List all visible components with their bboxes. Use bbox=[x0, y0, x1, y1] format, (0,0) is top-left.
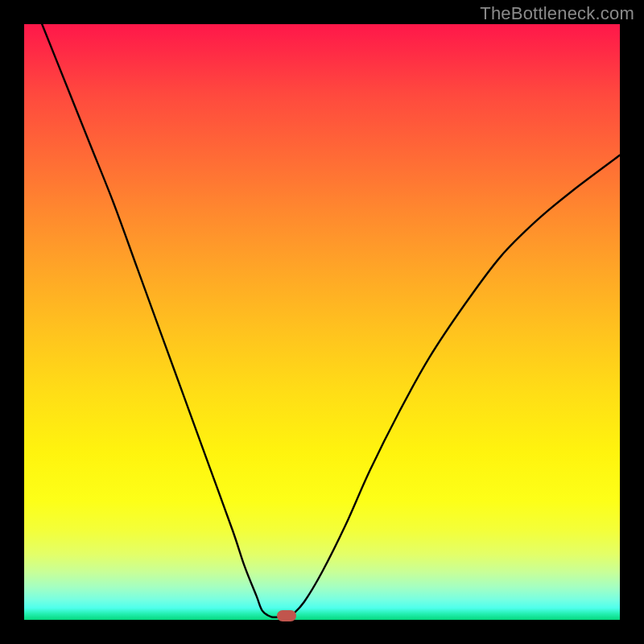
chart-frame: TheBottleneck.com bbox=[0, 0, 644, 644]
curve-right-branch bbox=[292, 155, 620, 615]
curve-left-branch bbox=[42, 24, 280, 617]
watermark-text: TheBottleneck.com bbox=[480, 3, 634, 24]
optimal-point-marker bbox=[277, 610, 296, 621]
bottleneck-curve bbox=[24, 24, 620, 620]
plot-area bbox=[24, 24, 620, 620]
